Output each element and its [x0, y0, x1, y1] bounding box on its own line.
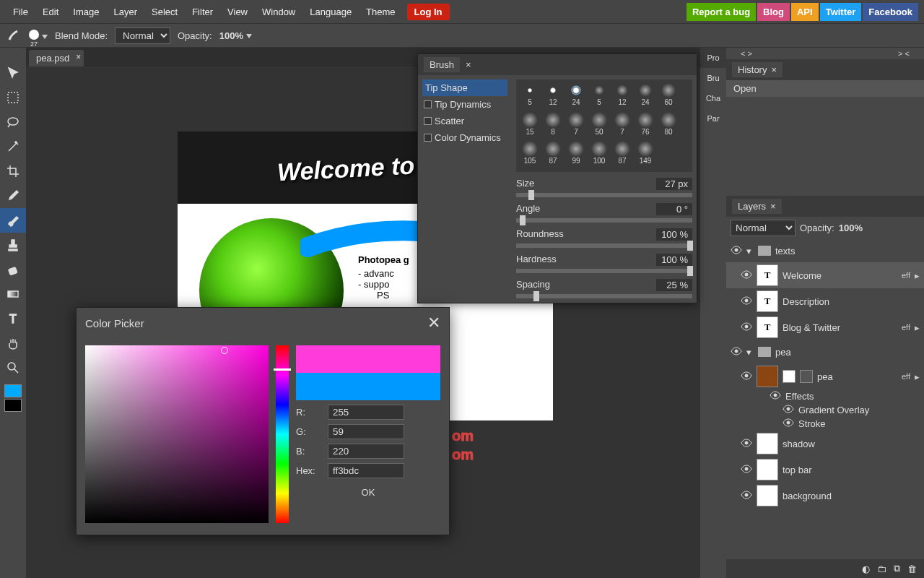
menu-window[interactable]: Window — [255, 2, 302, 22]
background-swatch[interactable] — [4, 399, 22, 412]
lasso-tool[interactable] — [0, 110, 26, 134]
brush-tip[interactable]: 87 — [611, 141, 633, 169]
menu-layer[interactable]: Layer — [107, 2, 145, 22]
visibility-icon[interactable] — [731, 347, 742, 358]
sidetab-cha[interactable]: Cha — [700, 88, 726, 108]
close-tab-icon[interactable]: × — [76, 52, 81, 62]
g-input[interactable] — [328, 424, 404, 439]
brush-tip[interactable]: 5 — [519, 82, 541, 111]
layers-tab[interactable]: Layers× — [732, 199, 782, 214]
brush-tip[interactable]: 80 — [658, 112, 679, 140]
brush-tip[interactable]: 87 — [542, 141, 564, 169]
menu-view[interactable]: View — [220, 2, 255, 22]
hue-slider[interactable] — [276, 345, 289, 523]
visibility-icon[interactable] — [741, 270, 752, 281]
brush-preview-icon[interactable] — [29, 30, 39, 40]
visibility-icon[interactable] — [783, 418, 794, 429]
close-history-icon[interactable]: × — [771, 64, 777, 75]
brush-colordynamics[interactable]: Color Dynamics — [422, 129, 507, 146]
brush-slider-spacing[interactable]: Spacing25 % — [516, 279, 692, 298]
brush-tip[interactable]: 8 — [542, 112, 564, 140]
report-bug-button[interactable]: Report a bug — [687, 3, 756, 21]
layer-row[interactable]: shadow — [726, 431, 924, 457]
brush-tip[interactable]: 5 — [588, 82, 610, 111]
move-tool[interactable] — [0, 61, 26, 85]
brush-tip[interactable]: 12 — [611, 82, 633, 111]
menu-edit[interactable]: Edit — [35, 2, 66, 22]
sidetab-bru[interactable]: Bru — [700, 68, 726, 88]
visibility-icon[interactable] — [731, 246, 742, 256]
visibility-icon[interactable] — [741, 296, 752, 307]
menu-language[interactable]: Language — [302, 2, 359, 22]
zoom-tool[interactable] — [0, 355, 26, 380]
brush-tip[interactable]: 50 — [588, 112, 610, 140]
close-layers-icon[interactable]: × — [770, 201, 776, 212]
login-button[interactable]: Log In — [407, 4, 450, 20]
layer-row[interactable]: ▾pea — [726, 340, 924, 363]
brush-tip[interactable]: 149 — [635, 141, 656, 169]
layer-row[interactable]: top bar — [726, 457, 924, 483]
facebook-button[interactable]: Facebook — [863, 3, 918, 21]
brush-slider-hardness[interactable]: Hardness100 % — [516, 254, 692, 273]
layer-row[interactable]: background — [726, 483, 924, 509]
stamp-tool[interactable] — [0, 233, 26, 257]
history-tab[interactable]: History× — [732, 62, 783, 77]
menu-image[interactable]: Image — [66, 2, 106, 22]
wand-tool[interactable] — [0, 134, 26, 159]
r-input[interactable] — [328, 405, 404, 420]
brush-tip[interactable]: 24 — [635, 82, 656, 111]
brush-tip[interactable]: 100 — [588, 141, 610, 169]
brush-slider-roundness[interactable]: Roundness100 % — [516, 228, 692, 248]
color-swatches[interactable] — [0, 384, 26, 412]
brush-tip[interactable]: 7 — [565, 112, 587, 140]
brush-tipdynamics[interactable]: Tip Dynamics — [422, 96, 507, 113]
hand-tool[interactable] — [0, 331, 26, 355]
brush-tip[interactable]: 105 — [519, 141, 541, 169]
brush-tip[interactable]: 99 — [565, 141, 587, 169]
menu-theme[interactable]: Theme — [359, 2, 402, 22]
saturation-value-field[interactable] — [85, 345, 269, 523]
menu-select[interactable]: Select — [144, 2, 185, 22]
new-layer-icon[interactable]: ⧉ — [894, 563, 900, 574]
blog-button[interactable]: Blog — [757, 3, 790, 21]
visibility-icon[interactable] — [741, 465, 752, 475]
brush-panel-tab[interactable]: Brush — [424, 57, 460, 72]
brush-slider-size[interactable]: Size27 px — [516, 178, 692, 197]
marquee-tool[interactable] — [0, 85, 26, 110]
brush-tipshape[interactable]: Tip Shape — [422, 79, 507, 96]
close-brush-panel-icon[interactable]: × — [466, 59, 471, 70]
twitter-button[interactable]: Twitter — [820, 3, 862, 21]
brush-slider-angle[interactable]: Angle0 ° — [516, 203, 692, 223]
ok-button[interactable]: OK — [296, 484, 440, 501]
visibility-icon[interactable] — [783, 405, 794, 415]
brush-tool[interactable] — [0, 208, 26, 233]
layer-row[interactable]: ▾texts — [726, 239, 924, 262]
panel-scroll-left[interactable]: < > — [741, 49, 752, 58]
crop-tool[interactable] — [0, 159, 26, 184]
eraser-tool[interactable] — [0, 257, 26, 282]
type-tool[interactable]: T — [0, 306, 26, 331]
layer-row[interactable]: TDescription — [726, 288, 924, 314]
layer-row[interactable]: TWelcomeeff▸ — [726, 262, 924, 288]
visibility-icon[interactable] — [741, 491, 752, 501]
new-folder-icon[interactable]: 🗀 — [877, 564, 886, 574]
api-button[interactable]: API — [791, 3, 819, 21]
brush-scatter[interactable]: Scatter — [422, 113, 507, 129]
brush-tip[interactable]: 76 — [635, 112, 656, 140]
visibility-icon[interactable] — [741, 371, 752, 382]
brush-tip[interactable]: 24 — [565, 82, 587, 111]
sidetab-par[interactable]: Par — [700, 108, 726, 129]
menu-filter[interactable]: Filter — [185, 2, 220, 22]
opacity-value[interactable]: 100% — [219, 30, 252, 41]
layer-blend-select[interactable]: Normal — [731, 220, 796, 236]
visibility-icon[interactable] — [741, 322, 752, 333]
brush-tip[interactable]: 60 — [658, 82, 679, 111]
layer-row[interactable]: peaeff▸ — [726, 363, 924, 389]
hex-input[interactable] — [328, 463, 404, 478]
brush-tip[interactable]: 12 — [542, 82, 564, 111]
brush-tip[interactable]: 15 — [519, 112, 541, 140]
eyedropper-tool[interactable] — [0, 184, 26, 208]
visibility-icon[interactable] — [770, 391, 781, 402]
foreground-swatch[interactable] — [4, 384, 22, 397]
new-mask-icon[interactable]: ◐ — [862, 564, 870, 574]
